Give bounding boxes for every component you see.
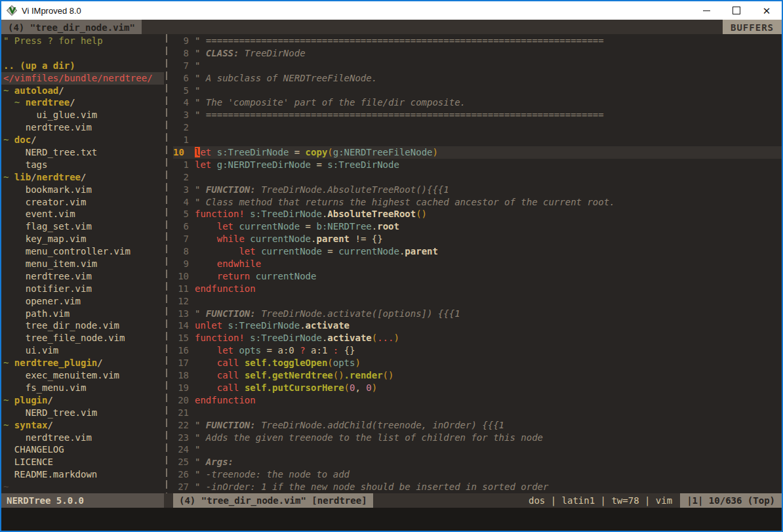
minimize-button[interactable]: [691, 1, 721, 20]
text-segment: ": [195, 457, 206, 467]
tree-row[interactable]: tags: [1, 159, 164, 171]
tree-row[interactable]: CHANGELOG: [1, 443, 164, 456]
text-segment: AbsoluteTreeRoot: [327, 209, 416, 219]
maximize-button[interactable]: [721, 1, 752, 20]
tab-tree-dir-node[interactable]: (4) "tree_dir_node.vim": [1, 20, 142, 34]
tree-row[interactable]: notifier.vim: [1, 283, 164, 295]
text-segment: .: [372, 221, 377, 232]
text-segment: TreeDirNode: [239, 48, 305, 58]
tree-row[interactable]: nerdtree.vim: [1, 270, 164, 283]
text-segment: ~: [3, 172, 14, 182]
main-statusline[interactable]: (4) "tree_dir_node.vim" [nerdtree] dos |…: [173, 493, 782, 508]
code-row[interactable]: 2: [173, 171, 782, 184]
tree-row[interactable]: tree_dir_node.vim: [1, 319, 164, 332]
code-row[interactable]: 4" Class method that returns the highest…: [173, 196, 782, 209]
tree-row[interactable]: flag_set.vim: [1, 220, 164, 233]
tree-row[interactable]: ~ lib/nerdtree/: [1, 171, 164, 184]
code-row[interactable]: 8 let currentNode = currentNode.parent: [173, 245, 782, 258]
code-row[interactable]: 2: [173, 121, 782, 134]
tree-row[interactable]: ~: [1, 481, 164, 493]
code-row[interactable]: 24": [173, 443, 782, 456]
text-segment: function!: [195, 333, 245, 343]
tree-row[interactable]: menu_controller.vim: [1, 245, 164, 258]
tree-row[interactable]: README.markdown: [1, 468, 164, 481]
code-row[interactable]: 18 call self.getNerdtree().render(): [173, 369, 782, 382]
code-row[interactable]: 6 let currentNode = b:NERDTree.root: [173, 220, 782, 233]
tree-row[interactable]: ~ doc/: [1, 134, 164, 146]
code-row[interactable]: 27" -inOrder: 1 if the new node should b…: [173, 481, 782, 493]
text-segment: TreeDirNode.activate([options]) {{{1: [256, 308, 460, 319]
tree-row[interactable]: tree_file_node.vim: [1, 332, 164, 344]
tree-row[interactable]: creator.vim: [1, 196, 164, 209]
line-number: 10: [173, 146, 189, 159]
text-segment: lib: [14, 172, 31, 182]
tree-row[interactable]: LICENCE: [1, 456, 164, 468]
code-row[interactable]: 3" =====================================…: [173, 109, 782, 121]
code-row[interactable]: 22" FUNCTION: TreeDirNode.addChild(treen…: [173, 419, 782, 432]
code-row[interactable]: 7": [173, 60, 782, 72]
code-row[interactable]: 6" A subclass of NERDTreeFileNode.: [173, 72, 782, 85]
tree-row[interactable]: NERD_tree.txt: [1, 146, 164, 159]
tree-row[interactable]: menu_item.vim: [1, 258, 164, 270]
tree-row[interactable]: exec_menuitem.vim: [1, 369, 164, 382]
tree-row[interactable]: key_map.vim: [1, 233, 164, 245]
code-row[interactable]: 17 call self.toggleOpen(opts): [173, 357, 782, 369]
tree-row[interactable]: " Press ? for help: [1, 35, 164, 47]
code-row[interactable]: 15function! s:TreeDirNode.activate(...): [173, 332, 782, 344]
line-number: 8: [173, 47, 189, 60]
text-segment: /: [70, 97, 75, 108]
code-row[interactable]: 4" The 'composite' part of the file/dir …: [173, 96, 782, 109]
text-segment: while: [217, 234, 245, 244]
tree-row[interactable]: path.vim: [1, 308, 164, 320]
code-row[interactable]: 13" FUNCTION: TreeDirNode.activate([opti…: [173, 308, 782, 320]
tree-row[interactable]: ui.vim: [1, 344, 164, 357]
code-row[interactable]: 20endfunction: [173, 394, 782, 407]
tree-row[interactable]: .. (up a dir): [1, 60, 164, 72]
code-row[interactable]: 9 endwhile: [173, 258, 782, 270]
code-row[interactable]: 1let g:NERDTreeDirNode = s:TreeDirNode: [173, 159, 782, 171]
text-segment: menu_controller.vim: [3, 246, 130, 256]
code-row[interactable]: 16 let opts = a:0 ? a:1 : {}: [173, 344, 782, 357]
code-row[interactable]: 3" FUNCTION: TreeDirNode.AbsoluteTreeRoo…: [173, 184, 782, 196]
code-row[interactable]: 23" Adds the given treenode to the list …: [173, 432, 782, 444]
tree-row[interactable]: ui_glue.vim: [1, 109, 164, 121]
code-row[interactable]: 10 return currentNode: [173, 270, 782, 283]
nerdtree-statusline[interactable]: NERDTree 5.0.0: [1, 493, 164, 508]
code-row[interactable]: 26" -treenode: the node to add: [173, 468, 782, 481]
tree-row[interactable]: event.vim: [1, 208, 164, 220]
line-text: ": [195, 443, 200, 456]
code-row[interactable]: 12: [173, 295, 782, 308]
tree-row[interactable]: ~ autoload/: [1, 85, 164, 97]
code-row[interactable]: 5function! s:TreeDirNode.AbsoluteTreeRoo…: [173, 208, 782, 220]
tree-row-selected[interactable]: </vimfiles/bundle/nerdtree/: [1, 72, 164, 85]
tree-row[interactable]: ~ syntax/: [1, 419, 164, 432]
tree-row[interactable]: ~ nerdtree/: [1, 96, 164, 109]
tree-row[interactable]: NERD_tree.vim: [1, 407, 164, 419]
tree-row[interactable]: [1, 47, 164, 60]
code-row[interactable]: 19 call self.putCursorHere(0, 0): [173, 382, 782, 394]
tree-row[interactable]: opener.vim: [1, 295, 164, 308]
tree-row[interactable]: nerdtree.vim: [1, 121, 164, 134]
code-row[interactable]: 7 while currentNode.parent != {}: [173, 233, 782, 245]
tree-row[interactable]: nerdtree.vim: [1, 432, 164, 444]
code-row[interactable]: 21: [173, 407, 782, 419]
text-segment: /: [47, 395, 52, 405]
code-row-current[interactable]: 10let s:TreeDirNode = copy(g:NERDTreeFil…: [173, 146, 782, 159]
tree-row[interactable]: ~ plugin/: [1, 394, 164, 407]
tree-row[interactable]: bookmark.vim: [1, 184, 164, 196]
code-row[interactable]: 5": [173, 85, 782, 97]
close-button[interactable]: ✕: [752, 1, 782, 20]
code-row[interactable]: 25" Args:: [173, 456, 782, 468]
tree-row[interactable]: fs_menu.vim: [1, 382, 164, 394]
window-separator[interactable]: [164, 34, 173, 493]
code-row[interactable]: 1: [173, 134, 782, 146]
code-row[interactable]: 9" =====================================…: [173, 35, 782, 47]
tabline-fill: [142, 20, 723, 34]
line-text: function! s:TreeDirNode.activate(...): [195, 332, 399, 344]
tree-row[interactable]: ~ nerdtree_plugin/: [1, 357, 164, 369]
text-segment: et: [200, 147, 211, 157]
text-segment: endfunction: [195, 283, 256, 294]
code-row[interactable]: 11endfunction: [173, 283, 782, 295]
code-row[interactable]: 8" CLASS: TreeDirNode: [173, 47, 782, 60]
code-row[interactable]: 14unlet s:TreeDirNode.activate: [173, 319, 782, 332]
